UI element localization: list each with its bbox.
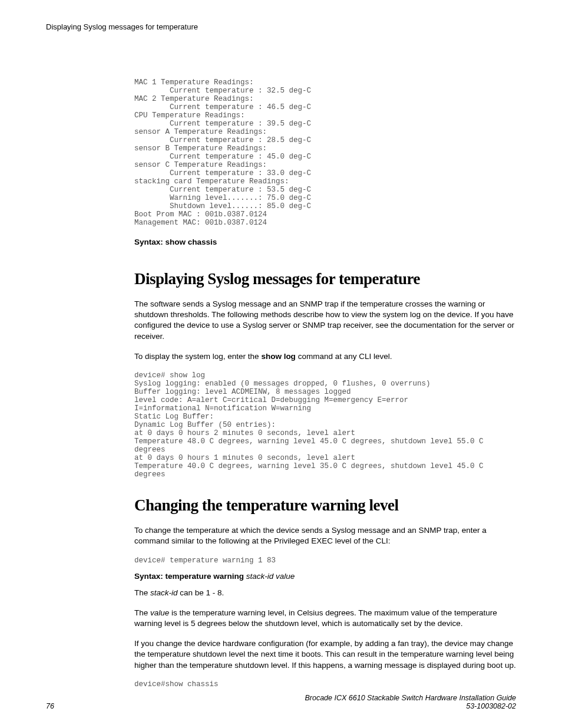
code-block-chassis-output: MAC 1 Temperature Readings: Current temp… [134, 78, 516, 227]
page: Displaying Syslog messages for temperatu… [0, 0, 562, 728]
syntax-temperature-warning: Syntax: temperature warning stack-id val… [134, 572, 516, 581]
heading-changing-temperature: Changing the temperature warning level [134, 496, 516, 515]
page-number: 76 [46, 702, 54, 710]
heading-displaying-syslog: Displaying Syslog messages for temperatu… [134, 270, 516, 288]
paragraph: The software sends a Syslog message and … [134, 299, 516, 342]
syntax-show-chassis: Syntax: show chassis [134, 238, 516, 246]
paragraph: To display the system log, enter the sho… [134, 351, 516, 362]
paragraph: To change the temperature at which the d… [134, 525, 516, 546]
code-block-temp-warning: device# temperature warning 1 83 [134, 556, 516, 565]
running-header: Displaying Syslog messages for temperatu… [46, 22, 516, 31]
paragraph: The stack-id can be 1 - 8. [134, 588, 516, 598]
footer-doc-info: Brocade ICX 6610 Stackable Switch Hardwa… [305, 694, 516, 710]
code-block-show-log: device# show log Syslog logging: enabled… [134, 371, 516, 479]
paragraph: The value is the temperature warning lev… [134, 608, 516, 629]
code-block-show-chassis-cmd: device#show chassis [134, 680, 516, 689]
page-footer: 76 Brocade ICX 6610 Stackable Switch Har… [46, 694, 516, 710]
paragraph: If you change the device hardware config… [134, 638, 516, 671]
